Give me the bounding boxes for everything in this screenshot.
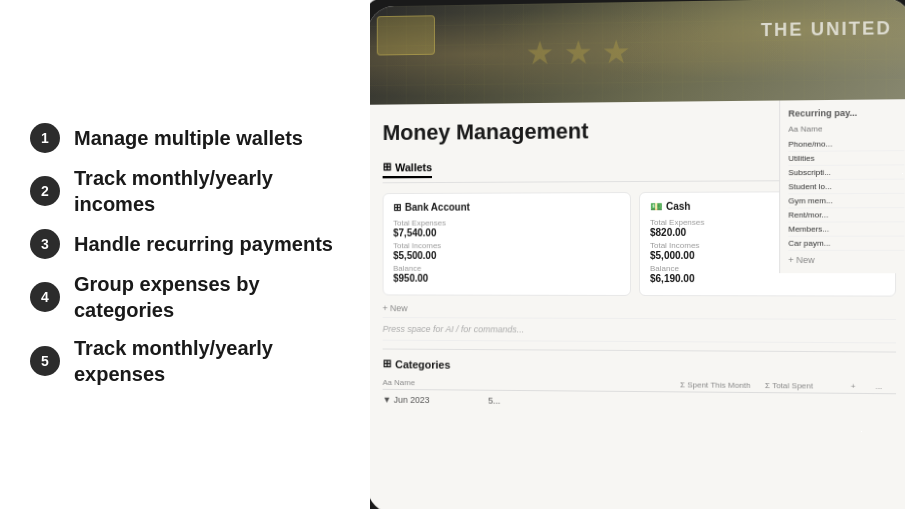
wallet-cash-icon: 💵 (650, 201, 662, 212)
feature-item-2: 2 Track monthly/yearly incomes (30, 165, 350, 217)
categories-table-header: Aa Name Σ Spent This Month Σ Total Spent… (383, 376, 896, 394)
recurring-payments-sidebar: Recurring pay... Aa Name Phone/mo... Uti… (779, 99, 905, 273)
col-spent-month: Σ Spent This Month (680, 380, 761, 390)
wallet-bank-expenses-row: Total Expenses $7,540.00 (393, 218, 620, 238)
feature-number-2: 2 (30, 176, 60, 206)
feature-item-4: 4 Group expenses by categories (30, 271, 350, 323)
jun-2023-label: ▼ Jun 2023 (383, 395, 430, 405)
device-screen: THE UNITED ★ ★ ★ Money Management ⊞ Wall… (370, 0, 905, 509)
recurring-item-5: Gym mem... (788, 194, 904, 209)
feature-number-3: 3 (30, 229, 60, 259)
money-text: THE UNITED (761, 18, 892, 41)
feature-number-4: 4 (30, 282, 60, 312)
categories-section: ⊞ Categories Aa Name Σ Spent This Month … (383, 349, 896, 412)
recurring-item-8: Car paym... (788, 237, 904, 251)
jun-2023-row: ▼ Jun 2023 5... (383, 393, 896, 412)
wallet-bank-incomes-value: $5,500.00 (393, 250, 620, 261)
feature-text-1: Manage multiple wallets (74, 125, 303, 151)
feature-text-5: Track monthly/yearly expenses (74, 335, 350, 387)
col-more[interactable]: ... (875, 382, 896, 391)
feature-text-2: Track monthly/yearly incomes (74, 165, 350, 217)
add-recurring-button[interactable]: + New (788, 255, 904, 265)
wallet-bank-title: ⊞ Bank Account (393, 201, 620, 213)
command-bar: Press space for AI / for commands... (383, 317, 896, 343)
feature-text-3: Handle recurring payments (74, 231, 333, 257)
col-name: Aa Name (383, 378, 676, 389)
wallet-card-bank: ⊞ Bank Account Total Expenses $7,540.00 … (383, 192, 631, 296)
feature-number-1: 1 (30, 123, 60, 153)
col-total-spent: Σ Total Spent (765, 381, 847, 391)
recurring-item-2: Utilities (788, 151, 904, 166)
svg-rect-0 (370, 0, 905, 105)
recurring-item-4: Student lo... (788, 180, 904, 195)
tab-wallets-icon: ⊞ (383, 161, 392, 174)
recurring-payments-title: Recurring pay... (788, 107, 904, 118)
wallet-bank-balance-row: Balance $950.00 (393, 264, 620, 284)
add-wallet-button[interactable]: + New (383, 303, 896, 315)
feature-item-1: 1 Manage multiple wallets (30, 123, 350, 153)
wallet-bank-expenses-value: $7,540.00 (393, 227, 620, 238)
categories-icon: ⊞ (383, 357, 392, 370)
device-mockup-panel: THE UNITED ★ ★ ★ Money Management ⊞ Wall… (370, 0, 905, 509)
recurring-item-7: Members... (788, 222, 904, 236)
recurring-name-header: Aa Name (788, 124, 904, 134)
header-image: THE UNITED ★ ★ ★ (370, 0, 905, 105)
wallet-bank-incomes-row: Total Incomes $5,500.00 (393, 241, 620, 261)
device-frame: THE UNITED ★ ★ ★ Money Management ⊞ Wall… (370, 0, 905, 509)
recurring-item-3: Subscripti... (788, 165, 904, 180)
recurring-item-6: Rent/mor... (788, 208, 904, 223)
feature-number-5: 5 (30, 346, 60, 376)
tab-wallets-label: Wallets (395, 161, 432, 173)
feature-text-4: Group expenses by categories (74, 271, 350, 323)
wallet-bank-incomes-label: Total Incomes (393, 241, 620, 250)
wallet-cash-balance-value: $6,190.00 (650, 273, 885, 284)
tab-wallets[interactable]: ⊞ Wallets (383, 157, 433, 178)
recurring-item-1: Phone/mo... (788, 137, 904, 152)
wallet-bank-expenses-label: Total Expenses (393, 218, 620, 227)
jun-2023-value: 5... (488, 396, 500, 406)
wallet-bank-icon: ⊞ (393, 202, 401, 213)
feature-item-5: 5 Track monthly/yearly expenses (30, 335, 350, 387)
features-panel: 1 Manage multiple wallets 2 Track monthl… (0, 93, 370, 417)
wallet-bank-balance-value: $950.00 (393, 273, 620, 284)
feature-item-3: 3 Handle recurring payments (30, 229, 350, 259)
categories-title: ⊞ Categories (383, 357, 896, 374)
wallet-bank-balance-label: Balance (393, 264, 620, 273)
col-add[interactable]: + (851, 382, 872, 391)
